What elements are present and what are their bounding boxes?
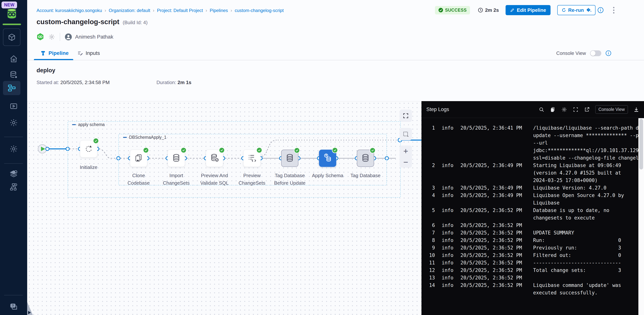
- help-chat-icon[interactable]: ?: [0, 302, 27, 312]
- log-line: 2info20/5/2025, 2:36:49 PMStarting Liqui…: [422, 162, 638, 184]
- pipeline-step-clone-codebase[interactable]: [130, 150, 147, 167]
- success-check-icon: [143, 147, 149, 153]
- divider: [60, 33, 60, 41]
- fit-screen-icon: [402, 112, 409, 119]
- log-scrollbar[interactable]: [638, 118, 644, 315]
- sidebar-item-executions[interactable]: [0, 102, 27, 110]
- sidebar-item-account-resources[interactable]: [0, 170, 27, 178]
- pipeline-graph-canvas[interactable]: apply schema DBSchemaApply_1 InitializeC…: [27, 101, 422, 315]
- step-label: Preview ChangeSets: [236, 172, 268, 187]
- ci-module-icon: [36, 33, 44, 41]
- refresh-icon: [84, 144, 94, 154]
- log-search-icon[interactable]: [539, 107, 544, 112]
- trigger-author: Animesh Pathak: [75, 34, 113, 40]
- stage-name: deploy: [36, 67, 55, 74]
- sidebar-item-home[interactable]: [0, 55, 27, 63]
- step-label: Initialize: [72, 164, 105, 171]
- clock-icon: [478, 8, 483, 13]
- breadcrumb-separator: ›: [230, 8, 232, 13]
- pipeline-step-initialize[interactable]: [80, 140, 97, 158]
- module-switcher-button[interactable]: [3, 28, 20, 46]
- breadcrumb-account[interactable]: Account: kurosakiichigo.songoku: [36, 8, 102, 13]
- step-group-label[interactable]: DBSchemaApply_1: [123, 135, 166, 140]
- step-group-label-text: DBSchemaApply_1: [129, 135, 166, 140]
- success-check-icon: [256, 147, 262, 153]
- tab-pipeline[interactable]: Pipeline: [40, 46, 68, 60]
- pipeline-step-tag-database-before-update[interactable]: [281, 150, 298, 167]
- breadcrumb-pipeline-name[interactable]: custom-changelog-script: [235, 8, 284, 13]
- log-output[interactable]: 1info20/5/2025, 2:36:41 PM/liquibase/liq…: [422, 118, 638, 315]
- success-check-icon: [294, 148, 300, 154]
- expand-arrow-icon[interactable]: [28, 311, 31, 314]
- log-line: 11info20/5/2025, 2:36:52 PM-------------…: [422, 259, 638, 266]
- pipeline-step-preview-and-validate-sql[interactable]: [206, 150, 223, 167]
- module-indicator-bar: [2, 24, 21, 25]
- step-label: Apply Schema: [311, 172, 344, 179]
- pipeline-step-apply-schema[interactable]: [319, 150, 336, 167]
- log-line: 14info20/5/2025, 2:36:52 PMLiquibase com…: [422, 282, 638, 296]
- log-open-new-tab-icon[interactable]: [584, 107, 590, 112]
- pipeline-step-preview-changesets[interactable]: [243, 150, 260, 167]
- cube-icon: [8, 33, 16, 42]
- step-label: Clone Codebase: [122, 172, 155, 187]
- sidebar-divider: [4, 295, 23, 295]
- info-icon[interactable]: [597, 7, 604, 13]
- pipeline-step-import-changesets[interactable]: [168, 150, 185, 167]
- step-label: Tag Database Before Update: [273, 172, 306, 187]
- database-icon: [360, 153, 370, 164]
- console-view-toggle[interactable]: [590, 50, 601, 56]
- log-line: 8info20/5/2025, 2:36:52 PMRun: 0: [422, 236, 638, 244]
- sidebar-item-project-settings[interactable]: [0, 144, 27, 153]
- edit-pipeline-button[interactable]: Edit Pipeline: [506, 5, 550, 15]
- zoom-in-button[interactable]: +: [403, 148, 408, 155]
- rerun-button[interactable]: Re-run �,: [557, 5, 596, 15]
- sidebar-item-organizations[interactable]: [0, 182, 27, 191]
- sidebar-item-databases[interactable]: [0, 70, 27, 79]
- marquee-select-button[interactable]: [400, 128, 412, 140]
- edit-pipeline-label: Edit Pipeline: [517, 7, 546, 13]
- breadcrumb-pipelines[interactable]: Pipelines: [210, 8, 228, 13]
- log-line: 9info20/5/2025, 2:36:52 PMPreviously run…: [422, 244, 638, 252]
- database-check-icon: [210, 153, 219, 164]
- log-line: 13info20/5/2025, 2:36:52 PM: [422, 274, 638, 282]
- active-tab-underline: [34, 59, 73, 60]
- tab-inputs[interactable]: Inputs: [77, 46, 100, 60]
- log-line: 12info20/5/2025, 2:36:52 PMTotal change …: [422, 266, 638, 274]
- log-line: 5info20/5/2025, 2:36:52 PMDatabase is up…: [422, 206, 638, 222]
- log-line: 1info20/5/2025, 2:36:41 PM/liquibase/liq…: [422, 124, 638, 162]
- more-options-menu-icon[interactable]: [612, 6, 615, 14]
- log-scrollbar-thumb[interactable]: [639, 119, 643, 170]
- log-download-icon[interactable]: [634, 107, 639, 112]
- success-check-icon: [219, 147, 225, 153]
- zoom-controls: + −: [400, 146, 412, 168]
- stage-group-label[interactable]: apply schema: [72, 122, 105, 127]
- info-icon[interactable]: [606, 50, 612, 56]
- sidebar-item-pipelines-active[interactable]: [3, 81, 20, 95]
- sidebar-item-settings[interactable]: [0, 118, 27, 127]
- pipeline-step-tag-database[interactable]: [357, 150, 374, 167]
- pencil-icon: [510, 8, 514, 12]
- collapse-icon[interactable]: [123, 137, 127, 138]
- zoom-out-button[interactable]: −: [403, 158, 408, 166]
- fit-to-screen-button[interactable]: [400, 110, 412, 122]
- selection-box-icon: [402, 131, 409, 137]
- breadcrumb-project[interactable]: Project: Default Project: [157, 8, 203, 13]
- breadcrumb-organization[interactable]: Organization: default: [109, 8, 150, 13]
- breadcrumb-separator: ›: [206, 8, 207, 13]
- log-copy-icon[interactable]: [550, 107, 556, 112]
- refresh-icon: [562, 8, 566, 12]
- log-fullscreen-icon[interactable]: [573, 107, 578, 112]
- log-settings-gear-icon[interactable]: [561, 106, 567, 112]
- collapse-icon[interactable]: [72, 124, 76, 125]
- db-devops-logo-icon[interactable]: [6, 8, 18, 20]
- pipeline-settings-gear-icon[interactable]: [48, 33, 55, 40]
- log-console-view-button[interactable]: Console View: [595, 105, 628, 114]
- inputs-tab-icon: [77, 50, 83, 56]
- status-text: SUCCESS: [445, 8, 466, 13]
- sidebar-divider: [4, 163, 23, 164]
- left-nav-sidebar: NEW: [0, 0, 27, 315]
- step-logs-title: Step Logs: [426, 106, 449, 112]
- build-id: (Build Id: 4): [123, 20, 148, 26]
- duration: Duration: 2m 1s: [156, 80, 191, 86]
- rerun-label: Re-run: [568, 7, 584, 13]
